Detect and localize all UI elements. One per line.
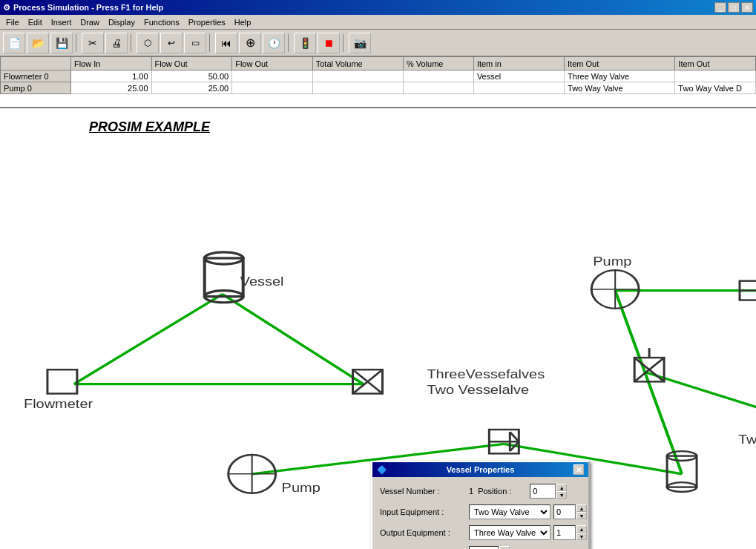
dialog-title-text: Vessel Properties (447, 465, 515, 474)
open-button[interactable]: 📂 (27, 33, 49, 53)
input-num-down-button[interactable]: ▼ (576, 512, 587, 519)
row-label-pump: Pump 0 (1, 82, 71, 94)
data-table-area: Flow In Flow Out Flow Out Total Volume %… (0, 56, 756, 108)
dialog-close-button[interactable]: ✕ (573, 464, 584, 475)
paste-button[interactable]: ↩ (160, 33, 183, 53)
svg-line-0 (74, 294, 223, 384)
sep3 (209, 34, 212, 52)
close-button[interactable]: ✕ (741, 2, 753, 13)
svg-text:Flowmeter: Flowmeter (24, 398, 93, 411)
output-flow-input[interactable] (469, 546, 499, 549)
col-header-flow-out2: Flow Out (232, 57, 313, 70)
input-equipment-num-input[interactable] (553, 504, 576, 519)
menu-bar: File Edit Insert Draw Display Functions … (0, 15, 756, 30)
cell-item-out1: Three Way Valve (565, 70, 675, 82)
svg-text:Two Way Valve: Two Way Valve (738, 433, 756, 447)
output-equipment-row: Output Equipment : Three Way Valve Two W… (380, 525, 581, 541)
output-flow-spinner: ▲ ▼ (469, 546, 510, 549)
menu-help[interactable]: Help (230, 16, 256, 28)
svg-text:Vessel: Vessel (240, 275, 284, 289)
output-equipment-num-spinner: ▲ ▼ (553, 525, 587, 540)
menu-display[interactable]: Display (104, 16, 139, 28)
sep5 (343, 34, 346, 52)
position-up-button[interactable]: ▲ (556, 484, 567, 491)
svg-line-34 (510, 432, 519, 441)
sep4 (288, 34, 291, 52)
output-flow-spin-buttons: ▲ ▼ (499, 546, 510, 549)
cell-item-out2 (675, 70, 756, 82)
menu-functions[interactable]: Functions (139, 16, 184, 28)
svg-text:Pump: Pump (593, 254, 631, 268)
delete-button[interactable]: ▭ (184, 33, 206, 53)
menu-properties[interactable]: Properties (184, 16, 230, 28)
col-header-item-out1: Item Out (565, 57, 675, 70)
cell-item-in: Vessel (473, 70, 564, 82)
play-button[interactable]: ⊕ (239, 33, 261, 53)
maximize-button[interactable]: □ (728, 2, 740, 13)
traffic-button[interactable]: 🚦 (294, 33, 316, 53)
cell-total-vol (312, 70, 403, 82)
vessel-number-value: 1 (469, 487, 473, 496)
window-title: Process Simulation - Press F1 for Help (13, 3, 163, 12)
input-num-spin-buttons: ▲ ▼ (576, 504, 587, 519)
cell-flow-out1: 50.00 (151, 70, 232, 82)
svg-line-2 (223, 294, 364, 384)
col-header-pct-vol: % Volume (403, 57, 473, 70)
position-spin-buttons: ▲ ▼ (556, 484, 567, 499)
menu-draw[interactable]: Draw (76, 16, 104, 28)
new-button[interactable]: 📄 (3, 33, 25, 53)
dialog-body: Vessel Number : 1 Position : ▲ ▼ Input E… (372, 477, 588, 549)
output-equipment-label: Output Equipment : (380, 528, 469, 537)
output-equipment-num-input[interactable] (553, 525, 576, 540)
output-flow-row: Output Flow : ▲ ▼ (380, 545, 581, 549)
cell-pct-vol (403, 70, 473, 82)
table-row: Pump 0 25.00 25.00 Two Way Valve Two Way… (1, 82, 756, 94)
input-equipment-select[interactable]: Two Way Valve Three Way Valve Pump (469, 504, 550, 519)
input-num-up-button[interactable]: ▲ (576, 504, 587, 512)
rewind-button[interactable]: ⏮ (215, 33, 237, 53)
dialog-title-icon: 🔷 (377, 465, 387, 475)
cut-button[interactable]: ✂ (82, 33, 104, 53)
vessel-number-label: Vessel Number : (380, 487, 469, 496)
input-equipment-num-spinner: ▲ ▼ (553, 504, 587, 519)
output-equipment-select[interactable]: Three Way Valve Two Way Valve Pump (469, 525, 550, 540)
input-equipment-row: Input Equipment : Two Way Valve Three Wa… (380, 504, 581, 520)
col-header-item-in: Item in (473, 57, 564, 70)
cell-item-in-pump (473, 82, 564, 94)
position-input[interactable] (530, 484, 556, 499)
menu-edit[interactable]: Edit (24, 16, 47, 28)
camera-button[interactable]: 📷 (349, 33, 371, 53)
sep2 (131, 34, 134, 52)
row-label-flowmeter: Flowmeter 0 (1, 70, 71, 82)
position-spinner: ▲ ▼ (530, 484, 567, 499)
data-table: Flow In Flow Out Flow Out Total Volume %… (0, 56, 756, 94)
cell-item-out1-pump: Two Way Valve (565, 82, 675, 94)
cell-flow-out2 (232, 70, 313, 82)
cell-flow-out1-pump: 25.00 (151, 82, 232, 94)
clock-button[interactable]: 🕐 (263, 33, 285, 53)
minimize-button[interactable]: _ (714, 2, 726, 13)
print-button[interactable]: 🖨 (105, 33, 128, 53)
dialog-title-bar: 🔷 Vessel Properties ✕ (372, 462, 588, 477)
svg-text:Two Vesselalve: Two Vesselalve (427, 383, 529, 396)
svg-line-6 (645, 372, 682, 473)
vessel-properties-dialog: 🔷 Vessel Properties ✕ Vessel Number : 1 … (371, 461, 590, 549)
sep1 (76, 34, 79, 52)
position-label: Position : (478, 487, 530, 496)
col-header-item-out2: Item Out (675, 57, 756, 70)
menu-insert[interactable]: Insert (47, 16, 76, 28)
svg-line-11 (615, 291, 645, 372)
stop-button[interactable]: ⏹ (318, 33, 340, 53)
output-flow-up-button[interactable]: ▲ (499, 546, 510, 549)
output-num-up-button[interactable]: ▲ (576, 525, 587, 533)
output-num-down-button[interactable]: ▼ (576, 533, 587, 540)
menu-file[interactable]: File (1, 16, 24, 28)
copy-button[interactable]: ⬡ (137, 33, 159, 53)
cell-pct-vol-pump (403, 82, 473, 94)
svg-text:Pump: Pump (282, 481, 321, 495)
save-button[interactable]: 💾 (50, 33, 73, 53)
position-down-button[interactable]: ▼ (556, 491, 567, 499)
svg-rect-16 (47, 369, 77, 393)
col-header-label (1, 57, 71, 70)
canvas-area: PROSIM EXAMPLE Vessel Flowmeter (0, 108, 756, 549)
